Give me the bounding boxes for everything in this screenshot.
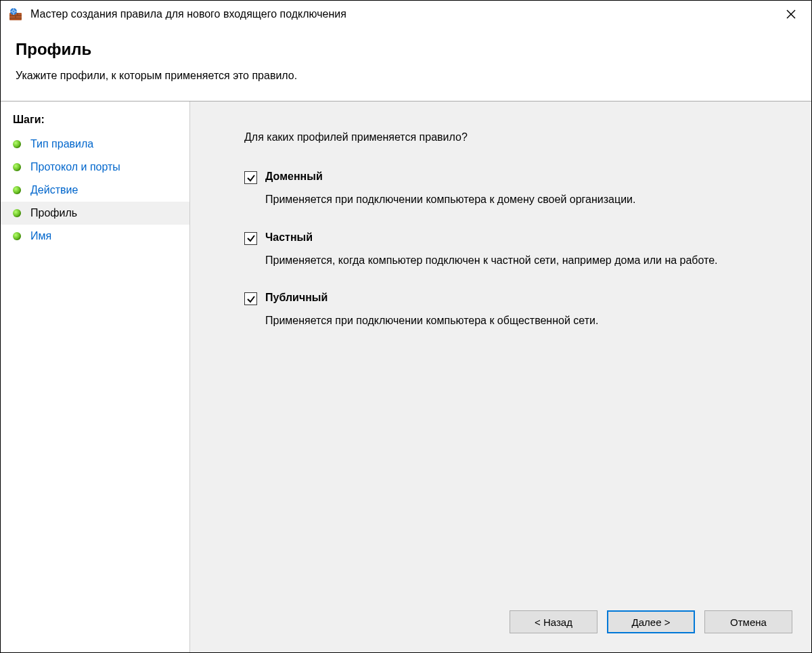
firewall-icon: [9, 7, 22, 21]
checkbox-domain[interactable]: [244, 171, 257, 184]
bullet-icon: [13, 232, 21, 240]
sidebar-item-label: Действие: [30, 184, 78, 196]
sidebar-item-label: Имя: [30, 230, 51, 242]
svg-point-6: [10, 8, 17, 15]
question-text: Для каких профилей применяется правило?: [244, 131, 757, 143]
next-button[interactable]: Далее >: [607, 610, 695, 633]
wizard-window: Мастер создания правила для нового входя…: [0, 0, 812, 653]
checkbox-public[interactable]: [244, 292, 257, 305]
sidebar-item-label: Протокол и порты: [30, 161, 120, 173]
option-private: Частный Применяется, когда компьютер под…: [244, 231, 757, 268]
sidebar-item-label: Тип правила: [30, 138, 93, 150]
checkmark-icon: [246, 233, 256, 243]
back-button[interactable]: < Назад: [510, 610, 597, 633]
sidebar-item-label: Профиль: [30, 207, 77, 219]
sidebar-item-profile[interactable]: Профиль: [1, 202, 189, 225]
sidebar-item-rule-type[interactable]: Тип правила: [1, 133, 189, 156]
steps-header: Шаги:: [1, 110, 189, 133]
subtitle: Укажите профили, к которым применяется э…: [16, 70, 796, 82]
page-title: Профиль: [16, 40, 796, 59]
checkmark-icon: [246, 173, 256, 183]
header-block: Профиль Укажите профили, к которым приме…: [1, 28, 811, 102]
bullet-icon: [13, 163, 21, 171]
option-title: Публичный: [265, 292, 328, 304]
sidebar-item-action[interactable]: Действие: [1, 179, 189, 202]
titlebar: Мастер создания правила для нового входя…: [1, 1, 811, 28]
sidebar: Шаги: Тип правила Протокол и порты Дейст…: [1, 102, 190, 652]
button-bar: < Назад Далее > Отмена: [190, 610, 811, 652]
window-title: Мастер создания правила для нового входя…: [30, 8, 346, 20]
content: Для каких профилей применяется правило? …: [190, 102, 811, 652]
option-description: Применяется при подключении компьютера к…: [265, 313, 752, 328]
option-description: Применяется, когда компьютер подключен к…: [265, 253, 752, 268]
sidebar-item-name[interactable]: Имя: [1, 225, 189, 248]
option-domain: Доменный Применяется при подключении ком…: [244, 171, 757, 207]
option-title: Частный: [265, 231, 313, 244]
content-inner: Для каких профилей применяется правило? …: [190, 102, 811, 610]
cancel-button[interactable]: Отмена: [704, 610, 792, 633]
option-title: Доменный: [265, 171, 323, 183]
bullet-icon: [13, 140, 21, 148]
bullet-icon: [13, 209, 21, 217]
sidebar-item-protocol-ports[interactable]: Протокол и порты: [1, 156, 189, 179]
option-public: Публичный Применяется при подключении ко…: [244, 292, 757, 328]
bullet-icon: [13, 186, 21, 194]
option-description: Применяется при подключении компьютера к…: [265, 192, 752, 207]
body: Шаги: Тип правила Протокол и порты Дейст…: [1, 102, 811, 652]
close-icon: [786, 9, 796, 20]
checkmark-icon: [246, 294, 256, 304]
checkbox-private[interactable]: [244, 232, 257, 245]
close-button[interactable]: [777, 4, 805, 24]
